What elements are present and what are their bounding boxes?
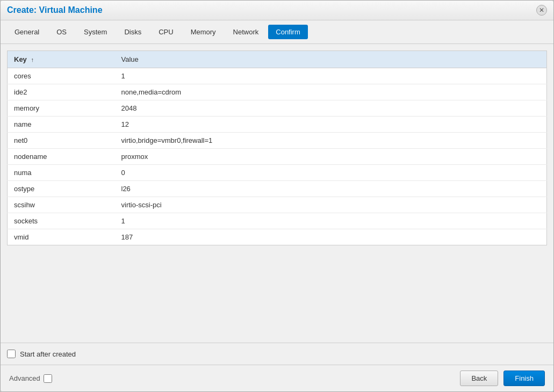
advanced-label: Advanced [9,374,40,382]
cell-key: ostype [8,181,115,197]
back-button[interactable]: Back [460,371,498,386]
table-row: memory2048 [8,100,547,117]
config-table: Key ↑ Value cores1ide2none,media=cdromme… [7,50,547,245]
table-row: vmid187 [8,229,547,245]
content-area: Key ↑ Value cores1ide2none,media=cdromme… [1,44,553,343]
start-after-label[interactable]: Start after created [20,350,76,358]
cell-key: nodename [8,149,115,165]
table-row: scsihwvirtio-scsi-pci [8,197,547,213]
cell-value: 0 [115,165,547,181]
tab-cpu[interactable]: CPU [151,25,181,39]
cell-value: 2048 [115,100,547,117]
advanced-checkbox[interactable] [44,374,52,383]
start-after-section: Start after created [1,343,553,365]
close-button[interactable]: ✕ [536,5,547,16]
cell-key: memory [8,100,115,117]
tab-bar: General OS System Disks CPU Memory Netwo… [1,20,553,44]
col-header-value[interactable]: Value [115,51,547,68]
cell-key: name [8,117,115,133]
cell-value: proxmox [115,149,547,165]
cell-key: cores [8,68,115,84]
cell-key: scsihw [8,197,115,213]
cell-value: virtio-scsi-pci [115,197,547,213]
table-row: sockets1 [8,213,547,229]
tab-disks[interactable]: Disks [117,25,149,39]
tab-confirm[interactable]: Confirm [268,25,308,39]
cell-value: none,media=cdrom [115,84,547,100]
cell-key: sockets [8,213,115,229]
dialog-title: Create: Virtual Machine [7,5,103,15]
tab-network[interactable]: Network [226,25,267,39]
finish-button[interactable]: Finish [503,371,545,386]
sort-arrow-key: ↑ [31,56,34,63]
table-row: numa0 [8,165,547,181]
create-vm-dialog: Create: Virtual Machine ✕ General OS Sys… [0,0,554,392]
table-row: cores1 [8,68,547,84]
tab-os[interactable]: OS [49,25,74,39]
table-row: nodenameproxmox [8,149,547,165]
cell-key: ide2 [8,84,115,100]
tab-general[interactable]: General [7,25,47,39]
dialog-footer: Advanced Back Finish [1,365,553,391]
cell-value: l26 [115,181,547,197]
table-row: ostypel26 [8,181,547,197]
col-header-key[interactable]: Key ↑ [8,51,115,68]
cell-key: vmid [8,229,115,245]
cell-key: numa [8,165,115,181]
table-row: ide2none,media=cdrom [8,84,547,100]
cell-value: 12 [115,117,547,133]
cell-value: 1 [115,213,547,229]
advanced-area: Advanced [9,374,52,383]
cell-key: net0 [8,133,115,149]
table-row: name12 [8,117,547,133]
dialog-header: Create: Virtual Machine ✕ [1,1,553,20]
start-after-checkbox[interactable] [7,350,16,358]
cell-value: 1 [115,68,547,84]
cell-value: 187 [115,229,547,245]
cell-value: virtio,bridge=vmbr0,firewall=1 [115,133,547,149]
table-row: net0virtio,bridge=vmbr0,firewall=1 [8,133,547,149]
tab-system[interactable]: System [76,25,114,39]
tab-memory[interactable]: Memory [183,25,224,39]
